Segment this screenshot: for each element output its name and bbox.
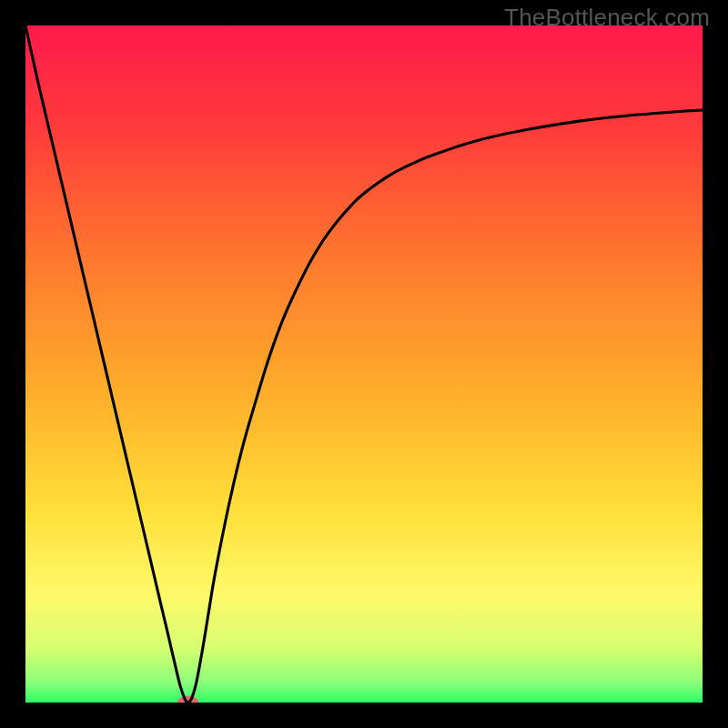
chart-svg (25, 25, 703, 703)
gradient-background (25, 25, 703, 703)
plot-area (25, 25, 703, 703)
watermark-text: TheBottleneck.com (504, 4, 710, 32)
chart-container: TheBottleneck.com (0, 0, 728, 728)
